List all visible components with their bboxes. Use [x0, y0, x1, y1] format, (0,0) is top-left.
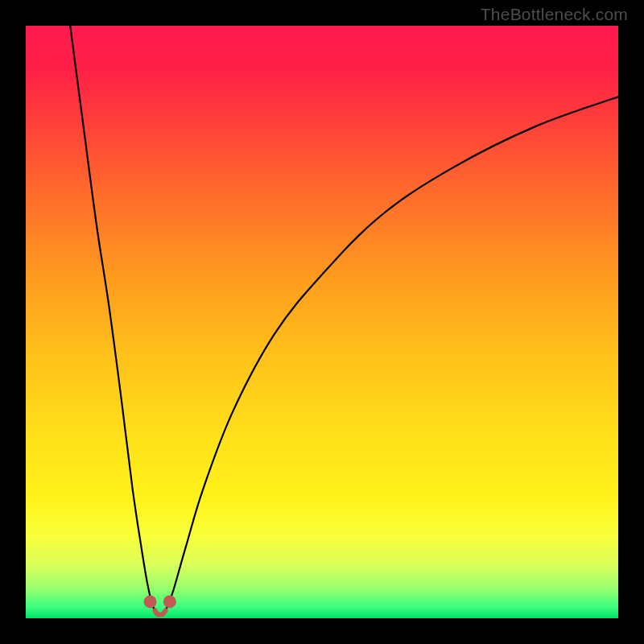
chart-frame: TheBottleneck.com [0, 0, 644, 644]
valley-marker-left [144, 595, 157, 608]
watermark-text: TheBottleneck.com [481, 5, 628, 24]
valley-marker-right [163, 595, 176, 608]
plot-area [26, 26, 618, 618]
gradient-background [26, 26, 618, 618]
plot-svg [26, 26, 618, 618]
